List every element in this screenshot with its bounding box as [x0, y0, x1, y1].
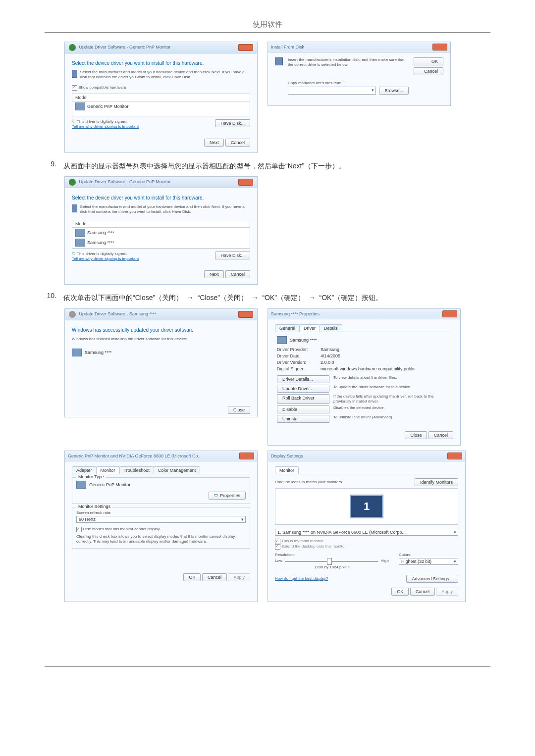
prop-device-name: Samsung **** — [290, 338, 317, 343]
tab-general[interactable]: General — [275, 324, 300, 332]
have-disk-button[interactable]: Have Disk... — [215, 252, 250, 259]
shield-icon: 🛡 — [72, 252, 76, 256]
step-9-number: 9. — [45, 160, 56, 172]
colors-dropdown[interactable]: Highest (32 bit) — [399, 558, 458, 565]
identify-button[interactable]: Identify Monitors — [415, 478, 458, 486]
close-icon[interactable] — [239, 453, 254, 459]
display-settings-title: Display Settings — [271, 454, 303, 458]
signer-value: microsoft windows hardware compatibility… — [321, 366, 416, 371]
update-driver-text: To update the driver software for this d… — [333, 385, 451, 393]
monitor-settings-legend: Monitor Settings — [76, 504, 112, 509]
uninstall-button[interactable]: Uninstall — [277, 415, 329, 423]
tab-driver[interactable]: Driver — [299, 324, 320, 332]
dialog-select-driver-1: Update Driver Software - Generic PnP Mon… — [64, 42, 258, 153]
close-button[interactable]: Close — [405, 431, 427, 439]
refresh-dropdown[interactable]: 60 Hertz — [76, 516, 246, 523]
signed-label: This driver is digitally signed. — [77, 252, 127, 256]
dialog-select-driver-2: Update Driver Software - Generic PnP Mon… — [64, 176, 258, 285]
dialog-monitor-properties: Generic PnP Monitor and NVIDIA GeForce 6… — [64, 451, 258, 602]
cancel-button[interactable]: Cancel — [410, 588, 435, 596]
signing-link[interactable]: Tell me why driver signing is important — [72, 124, 139, 129]
resolution-slider[interactable] — [285, 561, 378, 562]
model-header: Model — [72, 94, 250, 101]
rollback-button[interactable]: Roll Back Driver — [277, 394, 329, 404]
close-icon[interactable] — [238, 44, 253, 51]
dialog-install-from-disk: Install From Disk Insert the manufacture… — [268, 42, 451, 106]
cancel-button[interactable]: Cancel — [414, 67, 443, 75]
dialog2-nav: Update Driver Software - Generic PnP Mon… — [79, 179, 171, 184]
monitor-select-dropdown[interactable]: 1. Samsung **** on NVIDIA GeForce 6600 L… — [275, 529, 458, 536]
date-label: Driver Date: — [277, 353, 317, 358]
cancel-button[interactable]: Cancel — [225, 270, 250, 278]
tab-details[interactable]: Details — [320, 324, 342, 332]
close-icon[interactable] — [432, 44, 447, 50]
disk-icon — [72, 70, 77, 78]
monitor-icon — [75, 229, 85, 237]
driver-details-button[interactable]: Driver Details... — [277, 375, 329, 383]
next-button[interactable]: Next — [204, 270, 224, 278]
close-icon[interactable] — [447, 453, 462, 459]
tab-monitor[interactable]: Monitor — [275, 466, 299, 474]
dialog-update-success: Update Driver Software - Samsung **** Wi… — [64, 308, 258, 417]
adapter-title: Generic PnP Monitor and NVIDIA GeForce 6… — [68, 454, 202, 458]
install-instr: Insert the manufacturer's installation d… — [288, 57, 409, 68]
hide-modes-checkbox[interactable] — [76, 527, 82, 532]
close-icon[interactable] — [238, 179, 253, 186]
properties-button[interactable]: 🛡 Properties — [209, 492, 246, 500]
rollback-text: If the device fails after updating the d… — [333, 394, 451, 404]
model-item-samsung-1[interactable]: Samsung **** — [72, 228, 250, 238]
success-sub: Windows has finished installing the driv… — [72, 337, 250, 342]
monitor-icon — [75, 102, 85, 110]
monitor-preview-1[interactable]: 1 — [350, 495, 383, 518]
advanced-settings-button[interactable]: Advanced Settings... — [406, 575, 458, 583]
cancel-button[interactable]: Cancel — [428, 431, 453, 439]
signer-label: Digital Signer: — [277, 366, 317, 371]
best-display-link[interactable]: How do I get the best display? — [275, 576, 328, 581]
have-disk-button[interactable]: Have Disk... — [215, 119, 250, 127]
dialog1-heading: Select the device driver you want to ins… — [72, 60, 250, 66]
cancel-button[interactable]: Cancel — [202, 573, 227, 581]
tab-color-management[interactable]: Color Management — [154, 466, 201, 474]
back-icon — [69, 311, 76, 318]
disable-button[interactable]: Disable — [277, 405, 329, 413]
tab-adapter[interactable]: Adapter — [72, 466, 97, 474]
close-icon[interactable] — [238, 311, 253, 318]
step-10-number: 10. — [45, 292, 56, 304]
ok-button[interactable]: OK — [414, 57, 443, 65]
next-button[interactable]: Next — [204, 139, 224, 147]
copy-from-dropdown[interactable] — [288, 87, 376, 95]
apply-button[interactable]: Apply — [436, 588, 458, 596]
date-value: 4/14/2005 — [321, 353, 340, 358]
back-icon[interactable] — [69, 44, 76, 51]
ok-button[interactable]: OK — [183, 573, 201, 581]
provider-label: Driver Provider: — [277, 347, 317, 352]
provider-value: Samsung — [321, 347, 339, 352]
resolution-label: Resolution: — [275, 553, 389, 557]
signing-link[interactable]: Tell me why driver signing is important — [72, 256, 139, 261]
tab-troubleshoot[interactable]: Troubleshoot — [119, 466, 154, 474]
extend-desktop-checkbox — [275, 544, 280, 550]
monitor-icon — [277, 336, 287, 344]
disable-text: Disables the selected device. — [333, 405, 451, 413]
prop-title: Samsung **** Properties — [271, 311, 320, 316]
main-monitor-label: This is my main monitor — [281, 539, 323, 543]
close-icon[interactable] — [442, 310, 457, 317]
model-item-generic[interactable]: Generic PnP Monitor — [72, 101, 250, 111]
model-item-samsung-2[interactable]: Samsung **** — [72, 238, 250, 248]
apply-button[interactable]: Apply — [228, 573, 250, 581]
tab-monitor[interactable]: Monitor — [96, 466, 120, 474]
step-9: 9. 从画面中的显示器型号列表中选择与您的显示器相匹配的型号，然后单击“Next… — [45, 160, 490, 172]
dialog2-heading: Select the device driver you want to ins… — [72, 195, 250, 201]
browse-button[interactable]: Browse... — [379, 87, 409, 95]
footer-rule — [45, 666, 490, 667]
cancel-button[interactable]: Cancel — [225, 139, 250, 147]
show-compat-label: Show compatible hardware — [78, 85, 126, 90]
back-icon[interactable] — [69, 179, 76, 186]
update-driver-button[interactable]: Update Driver... — [277, 385, 329, 393]
dialog-display-settings: Display Settings Monitor Drag the icons … — [268, 451, 466, 602]
uninstall-text: To uninstall the driver (Advanced). — [333, 415, 451, 423]
show-compat-checkbox[interactable] — [72, 85, 77, 91]
dialog-driver-properties: Samsung **** Properties General Driver D… — [268, 308, 461, 446]
ok-button[interactable]: OK — [391, 588, 409, 596]
close-button[interactable]: Close — [228, 406, 250, 414]
